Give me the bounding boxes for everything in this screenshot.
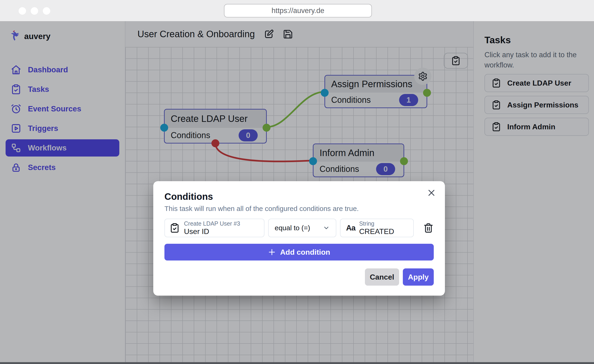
chevron-down-icon (323, 224, 330, 231)
conditions-modal: Conditions This task will run when all o… (153, 181, 445, 296)
condition-operator-select[interactable]: equal to (=) (268, 219, 336, 237)
text-type-icon: Aa (346, 223, 355, 232)
add-condition-label: Add condition (280, 248, 330, 256)
modal-close-button[interactable] (426, 188, 437, 198)
url-text: https://auvery.de (272, 7, 324, 15)
delete-condition-button[interactable] (423, 222, 434, 233)
browser-chrome: https://auvery.de (0, 0, 594, 21)
clipboard-check-icon (169, 223, 180, 233)
cancel-button[interactable]: Cancel (365, 268, 399, 286)
condition-value-field[interactable]: Aa String CREATED (340, 219, 414, 237)
apply-button[interactable]: Apply (403, 268, 434, 286)
plus-icon (268, 248, 276, 256)
condition-operator-value: equal to (=) (275, 224, 310, 232)
close-icon (426, 188, 437, 198)
url-bar[interactable]: https://auvery.de (224, 4, 372, 17)
condition-value-type: String (359, 220, 394, 227)
trash-icon (423, 222, 434, 233)
condition-source-field[interactable]: Create LDAP User #3 User ID (164, 219, 264, 237)
window-minimize-button[interactable] (31, 7, 38, 15)
modal-footer: Cancel Apply (164, 268, 434, 286)
condition-source-output: User ID (184, 227, 240, 236)
add-condition-button[interactable]: Add condition (164, 244, 434, 261)
condition-value: CREATED (359, 227, 394, 236)
modal-title: Conditions (164, 191, 434, 202)
condition-row: Create LDAP User #3 User ID equal to (=)… (164, 219, 434, 237)
condition-source-task: Create LDAP User #3 (184, 220, 240, 227)
window-close-button[interactable] (19, 7, 26, 15)
window-zoom-button[interactable] (43, 7, 50, 15)
modal-description: This task will run when all of the confi… (164, 205, 434, 213)
